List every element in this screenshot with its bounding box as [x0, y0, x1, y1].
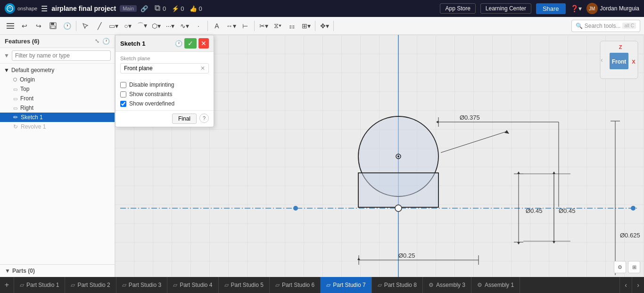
- tab-part-studio-3[interactable]: ▱ Part Studio 3: [116, 277, 167, 293]
- constraint-button[interactable]: ⊢: [239, 19, 252, 33]
- revolve1-item[interactable]: ↻ Revolve 1: [0, 122, 115, 131]
- share-button[interactable]: Share: [536, 3, 566, 14]
- toggle-panel-button[interactable]: [4, 19, 17, 33]
- revolve-icon: ↻: [13, 123, 18, 130]
- settings-icon[interactable]: ⚙: [614, 261, 626, 273]
- expand-icon[interactable]: ⤡: [95, 38, 99, 45]
- plane-close-icon[interactable]: ✕: [200, 65, 205, 72]
- history-button[interactable]: 🕐: [60, 19, 74, 33]
- tab-assembly-1[interactable]: ⚙ Assembly 1: [471, 277, 520, 293]
- add-tab-button[interactable]: +: [0, 277, 14, 293]
- learning-center-button[interactable]: Learning Center: [480, 3, 531, 14]
- branch-badge[interactable]: Main: [120, 5, 137, 12]
- tab-part-studio-5[interactable]: ▱ Part Studio 5: [219, 277, 270, 293]
- tab-label-ps4: Part Studio 4: [180, 282, 212, 288]
- show-constraints-checkbox[interactable]: [120, 91, 126, 98]
- canvas-bottom-buttons: ⚙ ⊞: [614, 261, 640, 273]
- search-tools-input[interactable]: 🔍 Search tools... alt C: [571, 20, 640, 32]
- move-button[interactable]: ✥▾: [318, 19, 331, 33]
- text-button[interactable]: A: [210, 19, 223, 33]
- sketch-dialog-header: Sketch 1 🕐 ✓ ✕: [116, 35, 214, 52]
- tab-part-studio-7[interactable]: ▱ Part Studio 7: [321, 277, 372, 293]
- origin-label: Origin: [20, 76, 35, 83]
- more-shapes-button[interactable]: ···▾: [164, 19, 177, 33]
- bottom-tabs-bar: + ▱ Part Studio 1 ▱ Part Studio 2 ▱ Part…: [0, 277, 644, 293]
- user-menu[interactable]: JM Jordan Murguia: [586, 3, 639, 14]
- tab-part-studio-4[interactable]: ▱ Part Studio 4: [167, 277, 218, 293]
- nav-cube[interactable]: Front Z X ‹ ≡ ⊞ 📐: [598, 39, 640, 82]
- more-tools-button[interactable]: ⊞▾: [299, 19, 313, 33]
- sketch-help-button[interactable]: ?: [199, 114, 209, 123]
- circle-button[interactable]: ○▾: [121, 19, 134, 33]
- show-overdefined-checkbox[interactable]: [120, 101, 126, 107]
- link-icon[interactable]: 🔗: [140, 5, 148, 12]
- dimension-button[interactable]: ↔▾: [224, 19, 238, 33]
- app-store-button[interactable]: App Store: [440, 3, 475, 14]
- search-icon: 🔍: [576, 23, 583, 29]
- svg-point-35: [293, 206, 298, 211]
- sketch-history-icon[interactable]: 🕐: [175, 40, 182, 47]
- tab-part-studio-2[interactable]: ▱ Part Studio 2: [65, 277, 116, 293]
- show-overdefined-row[interactable]: Show overdefined: [120, 99, 209, 108]
- origin-icon: [13, 78, 17, 81]
- show-constraints-row[interactable]: Show constraints: [120, 90, 209, 99]
- geometry-group-header[interactable]: ▼ Default geometry: [0, 65, 115, 75]
- right-plane-item[interactable]: ▭ Right: [0, 103, 115, 113]
- point-button[interactable]: ·: [192, 19, 205, 33]
- spline-button[interactable]: ∿▾: [178, 19, 191, 33]
- tab-label-ps8: Part Studio 8: [384, 282, 417, 288]
- select-button[interactable]: [79, 19, 92, 33]
- final-button[interactable]: Final: [172, 114, 197, 124]
- pattern-button[interactable]: ⚏: [285, 19, 298, 33]
- svg-rect-8: [51, 26, 55, 28]
- sketch-plane-value[interactable]: Front plane ✕: [120, 63, 209, 73]
- warning-icon[interactable]: ⚡0: [172, 5, 184, 12]
- tab-icon-ps8: ▱: [378, 282, 382, 288]
- svg-point-13: [397, 155, 399, 157]
- grid-toggle-icon[interactable]: ⊞: [628, 261, 640, 273]
- sketch1-item[interactable]: ✏ Sketch 1: [0, 113, 115, 122]
- redo-button[interactable]: ↪: [32, 19, 45, 33]
- svg-text:Ø0.25: Ø0.25: [398, 252, 415, 259]
- copy-icon[interactable]: 0: [155, 5, 166, 12]
- svg-text:Z: Z: [619, 44, 622, 50]
- sketch-confirm-button[interactable]: ✓: [184, 38, 197, 49]
- tab-prev-button[interactable]: ‹: [619, 277, 632, 293]
- panel-header-icons: ⤡ 🕐: [95, 38, 110, 45]
- trim-button[interactable]: ✂▾: [257, 19, 270, 33]
- filter-input[interactable]: [12, 50, 111, 61]
- onshape-logo[interactable]: onshape: [5, 3, 37, 14]
- disable-imprinting-checkbox[interactable]: [120, 82, 126, 88]
- top-plane-item[interactable]: ▭ Top: [0, 84, 115, 94]
- origin-item[interactable]: Origin: [0, 75, 115, 84]
- line-button[interactable]: ╱: [93, 19, 106, 33]
- tab-part-studio-8[interactable]: ▱ Part Studio 8: [372, 277, 423, 293]
- clock-history-icon[interactable]: 🕐: [102, 38, 110, 45]
- filter-row: ▼: [0, 48, 115, 64]
- mirror-button[interactable]: ⧖▾: [271, 19, 284, 33]
- hamburger-icon[interactable]: ☰: [41, 4, 48, 13]
- tab-part-studio-1[interactable]: ▱ Part Studio 1: [14, 277, 65, 293]
- arc-button[interactable]: ⌒▾: [135, 19, 149, 33]
- like-icon[interactable]: 👍0: [190, 5, 202, 12]
- undo-button[interactable]: ↩: [18, 19, 31, 33]
- svg-text:Ø0.375: Ø0.375: [460, 114, 480, 121]
- tab-icon-ps3: ▱: [122, 282, 126, 288]
- tab-part-studio-6[interactable]: ▱ Part Studio 6: [270, 277, 321, 293]
- save-button[interactable]: [46, 19, 59, 33]
- tab-next-button[interactable]: ›: [632, 277, 644, 293]
- sketch-plane-label: Sketch plane: [120, 56, 209, 61]
- plane-icon: ▭: [13, 106, 17, 111]
- rectangle-button[interactable]: ▭▾: [107, 19, 120, 33]
- app-name: onshape: [17, 6, 37, 11]
- help-icon[interactable]: ❓▾: [570, 5, 582, 12]
- sketch-cancel-button[interactable]: ✕: [198, 38, 209, 49]
- tab-assembly-3[interactable]: ⚙ Assembly 3: [423, 277, 471, 293]
- front-label: Front: [20, 95, 33, 102]
- parts-header[interactable]: ▼ Parts (0): [5, 268, 110, 274]
- tab-icon-ps7: ▱: [326, 282, 330, 288]
- polygon-button[interactable]: ⬡▾: [149, 19, 163, 33]
- front-plane-item[interactable]: ▭ Front: [0, 94, 115, 103]
- disable-imprinting-row[interactable]: Disable imprinting: [120, 80, 209, 90]
- panel-header: Features (6) ⤡ 🕐: [0, 35, 115, 48]
